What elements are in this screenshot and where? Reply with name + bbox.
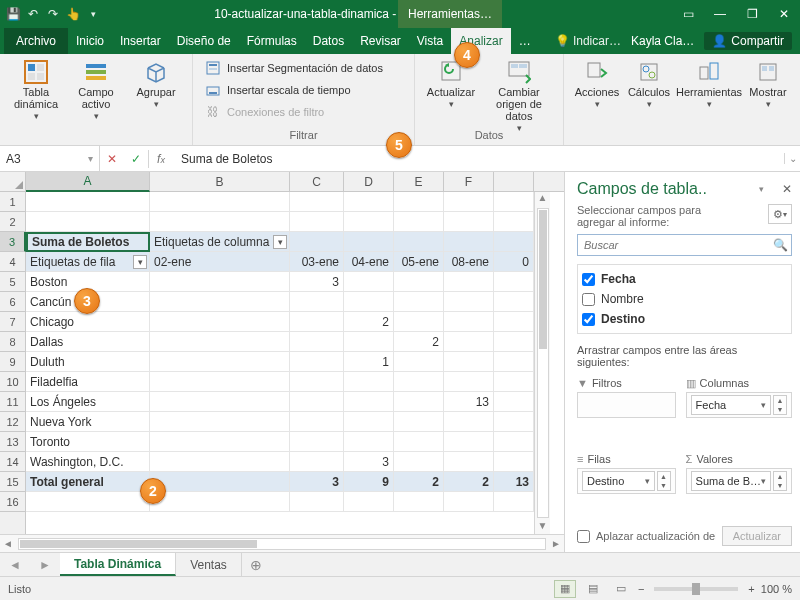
chip-move-values[interactable]: ▲▼ [773,471,787,491]
chip-columns[interactable]: Fecha▾ [691,395,771,415]
cell-B2[interactable] [150,212,290,232]
row-header-11[interactable]: 11 [0,392,25,412]
cell-E16[interactable] [394,492,444,512]
cell-D2[interactable] [344,212,394,232]
zoom-slider[interactable] [654,587,738,591]
cell-B14[interactable] [150,452,290,472]
cell-G11[interactable] [494,392,534,412]
row-header-9[interactable]: 9 [0,352,25,372]
cell-E5[interactable] [394,272,444,292]
cell-D1[interactable] [344,192,394,212]
sheet-tab-ventas[interactable]: Ventas [176,553,242,576]
cell-G13[interactable] [494,432,534,452]
user-name[interactable]: Kayla Cla… [631,34,694,48]
cell-G3[interactable] [494,232,534,252]
scroll-left-icon[interactable]: ◄ [0,538,16,549]
cell-E1[interactable] [394,192,444,212]
cell-F11[interactable]: 13 [444,392,494,412]
cell-D11[interactable] [344,392,394,412]
cell-B12[interactable] [150,412,290,432]
chip-rows[interactable]: Destino▾ [582,471,655,491]
cell-F14[interactable] [444,452,494,472]
cell-D10[interactable] [344,372,394,392]
add-sheet-button[interactable]: ⊕ [242,553,270,576]
sheet-tab-active[interactable]: Tabla Dinámica [60,553,176,576]
cell-C12[interactable] [290,412,344,432]
cell-F5[interactable] [444,272,494,292]
cell-C2[interactable] [290,212,344,232]
cell-F8[interactable] [444,332,494,352]
cell-C5[interactable]: 3 [290,272,344,292]
area-filters[interactable]: ▼Filtros [577,374,676,442]
cell-C9[interactable] [290,352,344,372]
undo-icon[interactable]: ↶ [26,7,40,21]
cell-E12[interactable] [394,412,444,432]
cell-A9[interactable]: Duluth [26,352,150,372]
change-data-source-button[interactable]: Cambiar origen de datos [483,58,555,124]
worksheet[interactable]: A B C D E F 12345678910111213141516 Suma… [0,172,565,552]
fx-icon[interactable]: fx [149,152,173,166]
tab-insert[interactable]: Insertar [112,28,169,54]
save-icon[interactable]: 💾 [6,7,20,21]
cell-B11[interactable] [150,392,290,412]
select-all-corner[interactable] [0,172,26,191]
cell-F12[interactable] [444,412,494,432]
cell-A11[interactable]: Los Ángeles [26,392,150,412]
share-button[interactable]: 👤 Compartir [704,32,792,50]
row-header-2[interactable]: 2 [0,212,25,232]
sheet-nav-next[interactable]: ► [30,553,60,576]
cell-E9[interactable] [394,352,444,372]
cell-A7[interactable]: Chicago [26,312,150,332]
scroll-down-icon[interactable]: ▼ [535,520,550,534]
cell-E7[interactable] [394,312,444,332]
cell-B16[interactable] [150,492,290,512]
field-fecha[interactable]: Fecha [582,269,787,289]
area-values[interactable]: ΣValores Suma de B…▾▲▼ [686,450,792,518]
field-nombre[interactable]: Nombre [582,289,787,309]
close-button[interactable]: ✕ [768,0,800,28]
tools-button[interactable]: Herramientas [676,58,742,124]
cell-G12[interactable] [494,412,534,432]
name-box[interactable]: A3 ▾ [0,146,100,171]
row-header-7[interactable]: 7 [0,312,25,332]
col-header-A[interactable]: A [26,172,150,192]
cell-D16[interactable] [344,492,394,512]
cell-A14[interactable]: Washington, D.C. [26,452,150,472]
row-header-3[interactable]: 3 [0,232,26,252]
search-icon[interactable]: 🔍 [773,238,788,252]
vertical-scrollbar[interactable]: ▲ ▼ [534,192,550,534]
defer-update-checkbox[interactable] [577,530,590,543]
insert-slicer-button[interactable]: Insertar Segmentación de datos [201,58,406,78]
col-header-D[interactable]: D [344,172,394,191]
cell-B10[interactable] [150,372,290,392]
cell-B6[interactable] [150,292,290,312]
cell-E3[interactable] [394,232,444,252]
view-page-layout-icon[interactable]: ▤ [582,580,604,598]
taskpane-gear-button[interactable]: ⚙ ▾ [768,204,792,224]
cell-C8[interactable] [290,332,344,352]
cell-D4[interactable]: 04-ene [344,252,394,272]
formula-input[interactable]: Suma de Boletos [173,152,784,166]
cell-A10[interactable]: Filadelfia [26,372,150,392]
col-header-C[interactable]: C [290,172,344,191]
cell-E13[interactable] [394,432,444,452]
tell-me[interactable]: 💡 Indicar… [555,34,621,48]
row-header-8[interactable]: 8 [0,332,25,352]
field-search[interactable]: 🔍 [577,234,792,256]
cell-E2[interactable] [394,212,444,232]
cell-B13[interactable] [150,432,290,452]
calculations-button[interactable]: Cálculos [624,58,674,124]
pivot-filter-icon[interactable]: ▾ [133,255,147,269]
row-header-16[interactable]: 16 [0,492,25,512]
cell-C7[interactable] [290,312,344,332]
cell-G6[interactable] [494,292,534,312]
row-header-10[interactable]: 10 [0,372,25,392]
tab-view[interactable]: Vista [409,28,451,54]
field-list[interactable]: Fecha Nombre Destino [577,264,792,334]
cell-E6[interactable] [394,292,444,312]
restore-button[interactable]: ❐ [736,0,768,28]
row-header-13[interactable]: 13 [0,432,25,452]
cell-B15[interactable] [150,472,290,492]
cell-A16[interactable] [26,492,150,512]
group-button[interactable]: Agrupar [128,58,184,124]
